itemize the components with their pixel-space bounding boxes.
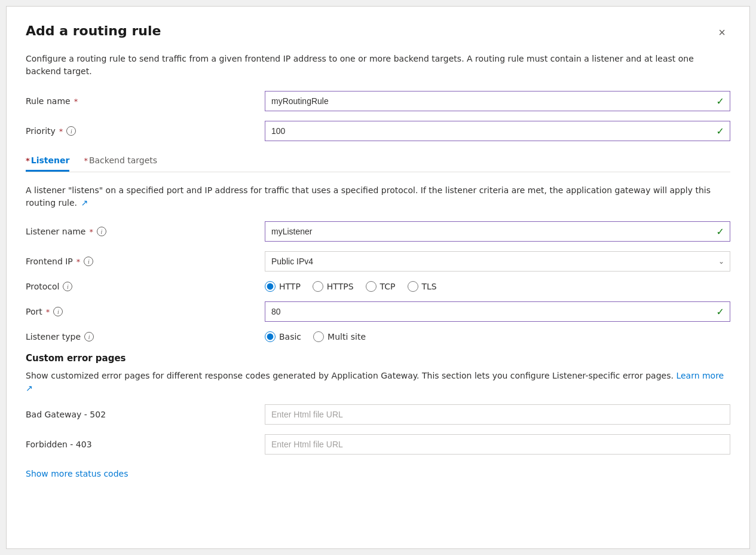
protocol-http-label: HTTP <box>279 282 301 291</box>
listener-name-input[interactable] <box>265 221 730 242</box>
protocol-http-option[interactable]: HTTP <box>265 281 301 292</box>
frontend-ip-select[interactable]: Public IPv4 Private IPv4 <box>265 251 730 272</box>
frontend-ip-select-wrapper: Public IPv4 Private IPv4 ⌄ <box>265 251 730 272</box>
priority-check-icon: ✓ <box>717 126 724 137</box>
protocol-tcp-label: TCP <box>380 282 396 291</box>
close-button[interactable]: × <box>714 23 730 42</box>
bad-gateway-input[interactable] <box>265 404 730 425</box>
protocol-tcp-option[interactable]: TCP <box>366 281 396 292</box>
listener-name-check-icon: ✓ <box>717 226 724 237</box>
protocol-tls-label: TLS <box>422 282 437 291</box>
port-required: * <box>46 307 50 316</box>
priority-label: Priority * i <box>26 126 265 136</box>
listener-type-row: Listener type i Basic Multi site <box>26 331 730 342</box>
listener-name-info-icon: i <box>97 227 106 236</box>
listener-description: A listener "listens" on a specified port… <box>26 184 730 209</box>
rule-name-input[interactable] <box>265 91 730 111</box>
protocol-https-label: HTTPS <box>327 282 354 291</box>
dialog-container: Add a routing rule × Configure a routing… <box>6 6 750 549</box>
listener-type-multisite-radio[interactable] <box>313 331 324 342</box>
listener-type-basic-radio[interactable] <box>265 331 276 342</box>
listener-name-label: Listener name * i <box>26 227 265 236</box>
priority-required: * <box>59 127 63 136</box>
listener-type-radio-group: Basic Multi site <box>265 331 730 342</box>
tabs-container: *Listener *Backend targets <box>26 151 730 172</box>
port-input-wrapper: ✓ <box>265 301 730 322</box>
listener-name-required: * <box>89 227 93 236</box>
forbidden-label: Forbidden - 403 <box>26 440 265 449</box>
port-check-icon: ✓ <box>717 306 724 318</box>
frontend-ip-label: Frontend IP * i <box>26 257 265 266</box>
rule-name-required: * <box>74 97 78 106</box>
custom-error-pages-section: Custom error pages Show customized error… <box>26 353 730 478</box>
frontend-ip-row: Frontend IP * i Public IPv4 Private IPv4… <box>26 251 730 272</box>
forbidden-input[interactable] <box>265 434 730 455</box>
listener-type-multisite-option[interactable]: Multi site <box>313 331 366 342</box>
listener-type-multisite-label: Multi site <box>328 332 366 341</box>
learn-more-external-icon: ↗ <box>26 383 33 393</box>
rule-name-check-icon: ✓ <box>717 96 724 107</box>
protocol-radio-group: HTTP HTTPS TCP TLS <box>265 281 730 292</box>
port-input[interactable] <box>265 301 730 322</box>
port-label: Port * i <box>26 307 265 316</box>
forbidden-row: Forbidden - 403 <box>26 434 730 455</box>
rule-name-label: Rule name * <box>26 96 265 106</box>
tab-backend-targets[interactable]: *Backend targets <box>84 151 157 172</box>
listener-type-label: Listener type i <box>26 332 265 341</box>
listener-tab-content: A listener "listens" on a specified port… <box>26 172 730 478</box>
rule-name-row: Rule name * ✓ <box>26 91 730 111</box>
protocol-row: Protocol i HTTP HTTPS TCP TLS <box>26 281 730 292</box>
listener-type-info-icon: i <box>84 332 94 341</box>
listener-external-link[interactable]: ↗ <box>81 197 88 209</box>
frontend-ip-required: * <box>76 257 81 266</box>
forbidden-input-wrapper <box>265 434 730 455</box>
custom-error-pages-title: Custom error pages <box>26 353 730 364</box>
bad-gateway-row: Bad Gateway - 502 <box>26 404 730 425</box>
frontend-ip-info-icon: i <box>84 257 93 266</box>
protocol-tcp-radio[interactable] <box>366 281 377 292</box>
priority-input[interactable] <box>265 121 730 141</box>
listener-name-row: Listener name * i ✓ <box>26 221 730 242</box>
protocol-https-radio[interactable] <box>313 281 323 292</box>
listener-type-basic-label: Basic <box>279 332 301 341</box>
protocol-label: Protocol i <box>26 282 265 291</box>
port-info-icon: i <box>53 307 63 316</box>
bad-gateway-input-wrapper <box>265 404 730 425</box>
protocol-info-icon: i <box>63 282 72 291</box>
show-more-status-codes-link[interactable]: Show more status codes <box>26 469 128 478</box>
dialog-header: Add a routing rule × <box>26 23 730 42</box>
bad-gateway-label: Bad Gateway - 502 <box>26 410 265 419</box>
custom-error-pages-description: Show customized error pages for differen… <box>26 370 730 395</box>
listener-name-input-wrapper: ✓ <box>265 221 730 242</box>
protocol-tls-radio[interactable] <box>408 281 418 292</box>
dialog-description: Configure a routing rule to send traffic… <box>26 53 730 78</box>
protocol-tls-option[interactable]: TLS <box>408 281 437 292</box>
rule-name-input-wrapper: ✓ <box>265 91 730 111</box>
dialog-title: Add a routing rule <box>26 23 161 38</box>
protocol-http-radio[interactable] <box>265 281 276 292</box>
priority-row: Priority * i ✓ <box>26 121 730 141</box>
tab-listener[interactable]: *Listener <box>26 151 69 172</box>
priority-info-icon: i <box>66 126 76 136</box>
listener-type-basic-option[interactable]: Basic <box>265 331 301 342</box>
priority-input-wrapper: ✓ <box>265 121 730 141</box>
port-row: Port * i ✓ <box>26 301 730 322</box>
protocol-https-option[interactable]: HTTPS <box>313 281 354 292</box>
